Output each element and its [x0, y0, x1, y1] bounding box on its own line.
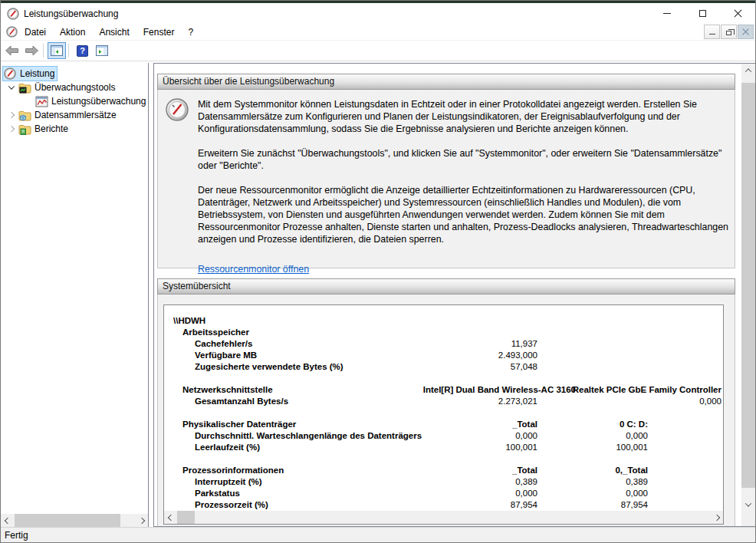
tree-item-content[interactable]: Datensammlersätze: [18, 108, 119, 122]
overview-section-body: Mit dem Systemmonitor können Leistungsda…: [157, 90, 735, 268]
overview-section: Übersicht über die Leistungsüberwachung …: [157, 74, 735, 268]
tree-item-leistung[interactable]: Leistung: [1, 67, 148, 81]
mdi-restore-icon: [726, 31, 731, 35]
report-cell: Zugesicherte verwendete Bytes (%): [164, 361, 384, 373]
report-cell: Parkstatus: [164, 488, 384, 499]
maximize-icon: [699, 10, 706, 17]
minimize-button[interactable]: [649, 3, 685, 24]
toolbar-separator: [43, 44, 44, 58]
scroll-right-icon[interactable]: [135, 514, 148, 527]
close-icon: [734, 9, 742, 18]
folder-report-icon: [18, 123, 31, 135]
collapsed-chevron-icon[interactable]: [5, 113, 18, 117]
tree-item-überwachungstools[interactable]: Überwachungstools: [1, 81, 148, 94]
tree-item-label: Leistung: [20, 68, 54, 79]
menu-bar: DateiAktionAnsichtFenster?: [1, 24, 755, 41]
report-cell: 100,001: [384, 442, 537, 453]
tree-scroll-track[interactable]: [14, 514, 135, 527]
perfmon-app-icon: [7, 8, 19, 20]
tree-item-datensammlersätze[interactable]: Datensammlersätze: [1, 108, 148, 122]
tree-item-label: Leistungsüberwachung: [51, 96, 146, 107]
report-cell: 0,000: [537, 488, 723, 499]
tree-item-label: Berichte: [35, 123, 68, 134]
scroll-right-icon[interactable]: [710, 511, 723, 524]
mdi-restore-button[interactable]: [721, 25, 737, 39]
tree-item-label: Überwachungstools: [35, 82, 115, 93]
report-cell: [384, 315, 537, 327]
console-tree-panel: LeistungÜberwachungstoolsLeistungsüberwa…: [1, 63, 149, 527]
menu-item-aktion[interactable]: Aktion: [53, 25, 92, 39]
scroll-left-icon[interactable]: [164, 511, 177, 524]
report-cell: [537, 350, 723, 361]
tree-selected-item[interactable]: Leistung: [3, 67, 57, 81]
perf-chart-icon: [35, 95, 48, 107]
mdi-minimize-button[interactable]: [704, 25, 720, 39]
tree-scroll-thumb[interactable]: [15, 514, 120, 527]
menu-item-fenster[interactable]: Fenster: [136, 25, 182, 39]
collapsed-chevron-icon[interactable]: [5, 127, 18, 131]
report-cell: Interruptzeit (%): [164, 476, 384, 488]
report-scroll-track[interactable]: [177, 511, 710, 524]
maximize-button[interactable]: [685, 3, 720, 24]
svg-text:?: ?: [80, 46, 85, 55]
forward-arrow-icon: [25, 45, 39, 56]
menu-item-datei[interactable]: Datei: [18, 25, 53, 39]
menu-item-ansicht[interactable]: Ansicht: [92, 25, 136, 39]
report-scroll-thumb[interactable]: [177, 511, 195, 524]
action-pane-icon: [96, 45, 108, 56]
report-cell: 0,000: [537, 430, 723, 442]
toolbar-separator: [68, 44, 69, 58]
report-cell: 57,048: [384, 361, 537, 373]
toolbar: ?: [1, 41, 755, 61]
tree-item-berichte[interactable]: Berichte: [1, 122, 148, 136]
overview-paragraph: Mit dem Systemmonitor können Leistungsda…: [198, 98, 731, 135]
report-cell: [537, 315, 723, 327]
scroll-left-icon[interactable]: [1, 514, 14, 527]
forward-button[interactable]: [22, 42, 41, 59]
show-action-pane-button[interactable]: [93, 42, 111, 59]
tree-item-leistungsüberwachung[interactable]: Leistungsüberwachung: [1, 94, 148, 108]
overview-paragraph: Der neue Ressourcenmonitor ermöglicht di…: [198, 184, 731, 245]
system-overview-header: Systemübersicht: [157, 278, 735, 295]
tree-item-content[interactable]: Leistungsüberwachung: [35, 94, 148, 108]
report-cell: 11,937: [384, 338, 537, 350]
back-button[interactable]: [2, 42, 21, 59]
app-window: { "window": { "title": "Leistungsüberwac…: [0, 0, 756, 543]
report-cell: [537, 338, 723, 350]
tree-horizontal-scrollbar[interactable]: [1, 514, 148, 527]
console-tree-icon: [51, 45, 63, 56]
show-console-tree-button[interactable]: [48, 42, 66, 59]
performance-report: \\HDWHArbeitsspeicherCachefehler/s11,937…: [164, 305, 723, 511]
report-cell: 0,000: [537, 396, 723, 407]
tree-item-label: Datensammlersätze: [35, 110, 117, 120]
report-horizontal-scrollbar[interactable]: [164, 511, 723, 524]
help-icon: ?: [77, 45, 88, 57]
system-overview-section: Systemübersicht \\HDWHArbeitsspeicherCac…: [157, 278, 735, 526]
menu-item-?[interactable]: ?: [181, 25, 200, 39]
content-vertical-scrollbar[interactable]: [741, 64, 755, 526]
mdi-window-controls: [704, 25, 754, 39]
title-bar[interactable]: Leistungsüberwachung: [1, 3, 755, 24]
report-cell: Intel[R] Dual Band Wireless-AC 3160: [422, 384, 576, 396]
help-button[interactable]: ?: [73, 42, 91, 59]
content-scroll-thumb[interactable]: [741, 83, 755, 488]
report-cell: 0 C: D:: [537, 419, 723, 430]
overview-paragraph: Erweitern Sie zunächst "Überwachungstool…: [198, 147, 731, 172]
mdi-close-icon: [742, 28, 749, 35]
mdi-close-button[interactable]: [738, 25, 754, 39]
report-cell: Physikalischer Datenträger: [164, 419, 384, 430]
close-button[interactable]: [720, 3, 755, 24]
tree-item-content[interactable]: Überwachungstools: [18, 81, 117, 94]
scroll-up-icon[interactable]: [741, 64, 755, 77]
report-cell: Arbeitsspeicher: [164, 327, 384, 338]
report-box: \\HDWHArbeitsspeicherCachefehler/s11,937…: [163, 304, 724, 525]
expanded-chevron-icon[interactable]: [5, 85, 18, 90]
resource-monitor-link[interactable]: Ressourcenmonitor öffnen: [198, 263, 309, 275]
report-cell: 87,954: [537, 499, 723, 511]
status-bar: Fertig: [1, 527, 755, 543]
scroll-down-icon[interactable]: [741, 498, 755, 511]
report-cell: 0,000: [384, 430, 537, 442]
report-cell: 0,000: [384, 488, 537, 499]
report-cell: [537, 361, 723, 373]
tree-item-content[interactable]: Berichte: [18, 122, 71, 136]
